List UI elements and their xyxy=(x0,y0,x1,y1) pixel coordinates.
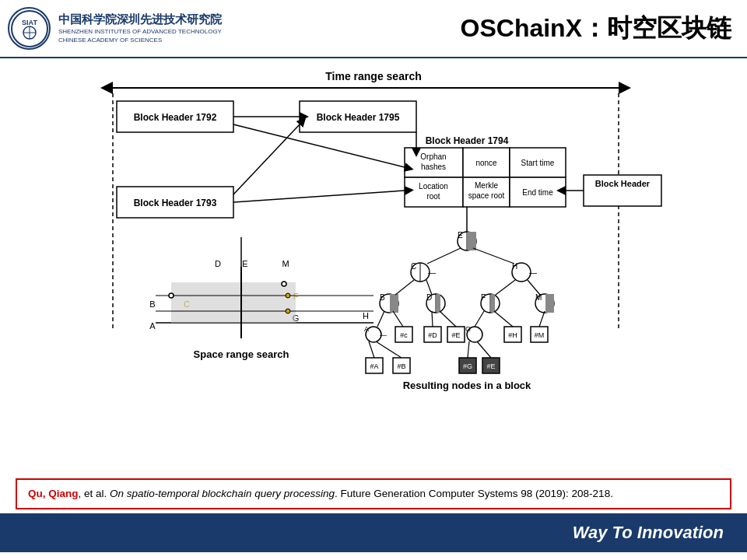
svg-text:#c: #c xyxy=(400,331,408,339)
svg-rect-51 xyxy=(468,232,476,250)
svg-point-45 xyxy=(169,293,174,298)
svg-rect-61 xyxy=(390,294,398,313)
space-range-label: Space range search xyxy=(194,348,289,360)
main-content: Time range search xyxy=(0,58,747,474)
header: SIAT 中国科学院深圳先进技术研究院 SHENZHEN INSTITUTES … xyxy=(0,0,747,58)
svg-line-112 xyxy=(468,341,469,358)
svg-line-102 xyxy=(528,280,540,295)
institute-name-zh: 中国科学院深圳先进技术研究院 xyxy=(58,12,222,27)
svg-text:#A: #A xyxy=(370,362,378,370)
block-header-1793-label: Block Header 1793 xyxy=(134,198,217,208)
svg-text:#B: #B xyxy=(397,362,405,370)
svg-text:#D: #D xyxy=(428,331,437,339)
svg-rect-72 xyxy=(545,294,554,313)
svg-rect-65 xyxy=(437,294,440,313)
citation-authors: Qu, Qiang xyxy=(28,488,79,499)
page-title: OSChainX：时空区块链 xyxy=(461,12,731,46)
svg-text:root: root xyxy=(426,192,440,201)
svg-line-107 xyxy=(475,311,484,327)
svg-line-28 xyxy=(233,191,405,202)
svg-text:C: C xyxy=(411,262,416,271)
svg-rect-69 xyxy=(491,294,495,313)
institute-name-en1: SHENZHEN INSTITUTES OF ADVANCED TECHNOLO… xyxy=(58,27,222,36)
resulting-nodes-label: Resulting nodes in a block xyxy=(403,380,531,391)
svg-text:M: M xyxy=(282,259,289,268)
svg-text:H: H xyxy=(363,311,369,320)
svg-text:A: A xyxy=(149,321,156,331)
svg-line-106 xyxy=(440,311,456,327)
svg-text:Merkle: Merkle xyxy=(475,181,498,190)
svg-text:B: B xyxy=(149,299,155,309)
svg-text:End time: End time xyxy=(522,188,553,197)
svg-text:nonce: nonce xyxy=(475,159,497,167)
institute-name-en2: CHINESE ACADEMY OF SCIENCES xyxy=(58,36,222,44)
citation-box: Qu, Qiang, et al. On spatio-temporal blo… xyxy=(16,478,731,509)
svg-text:#M: #M xyxy=(535,331,545,339)
diagram-svg: Time range search xyxy=(78,66,669,408)
block-header-1795-label: Block Header 1795 xyxy=(317,112,400,123)
block-header-1792-label: Block Header 1792 xyxy=(134,112,217,123)
svg-line-109 xyxy=(539,311,545,327)
header-left: SIAT 中国科学院深圳先进技术研究院 SHENZHEN INSTITUTES … xyxy=(8,7,222,50)
svg-text:#E: #E xyxy=(451,331,460,339)
svg-text:#E: #E xyxy=(486,362,495,370)
svg-text:#H: #H xyxy=(508,331,517,339)
svg-line-103 xyxy=(377,311,384,327)
svg-text:—: — xyxy=(380,331,387,339)
svg-text:hashes: hashes xyxy=(421,163,446,171)
svg-text:D: D xyxy=(426,293,432,302)
svg-line-108 xyxy=(494,311,513,327)
svg-text:space root: space root xyxy=(468,191,505,200)
svg-text:Start time: Start time xyxy=(521,159,555,167)
svg-point-46 xyxy=(282,282,286,286)
time-range-label: Time range search xyxy=(325,70,421,82)
svg-line-27 xyxy=(233,124,300,194)
svg-text:Orphan: Orphan xyxy=(420,152,446,161)
svg-text:Location: Location xyxy=(419,182,448,191)
citation-title: On spatio-temporal blockchain query proc… xyxy=(110,488,335,499)
diagram-container: Time range search xyxy=(16,66,731,467)
svg-text:G: G xyxy=(465,325,471,333)
svg-line-110 xyxy=(369,341,374,358)
svg-text:F: F xyxy=(481,293,486,302)
svg-text:—: — xyxy=(529,268,537,277)
svg-line-105 xyxy=(432,311,433,327)
svg-text:—: — xyxy=(428,268,436,277)
citation-suffix: . Future Generation Computer Systems 98 … xyxy=(335,488,613,499)
institute-text: 中国科学院深圳先进技术研究院 SHENZHEN INSTITUTES OF AD… xyxy=(58,12,222,44)
svg-text:D: D xyxy=(215,259,221,268)
svg-point-47 xyxy=(286,293,290,298)
svg-line-113 xyxy=(477,341,491,358)
citation-rest: , et al. xyxy=(79,488,110,499)
svg-text:M: M xyxy=(535,293,542,302)
svg-text:#G: #G xyxy=(463,362,472,370)
block-header-1794-label: Block Header 1794 xyxy=(426,135,509,146)
siat-logo: SIAT xyxy=(8,7,51,50)
footer: Way To Innovation xyxy=(0,513,747,552)
svg-line-104 xyxy=(393,311,403,327)
diagram-svg-wrap: Time range search xyxy=(78,66,669,408)
svg-text:SIAT: SIAT xyxy=(22,19,37,26)
svg-text:E: E xyxy=(458,231,463,240)
svg-rect-41 xyxy=(171,282,296,323)
footer-label: Way To Innovation xyxy=(573,523,724,543)
svg-text:A: A xyxy=(364,325,369,333)
svg-line-99 xyxy=(395,280,414,295)
svg-line-98 xyxy=(473,248,514,264)
svg-text:E: E xyxy=(242,259,247,268)
svg-line-111 xyxy=(376,341,402,358)
svg-line-101 xyxy=(496,280,515,295)
svg-text:B: B xyxy=(380,293,385,302)
svg-point-48 xyxy=(286,309,290,313)
svg-text:Block Header: Block Header xyxy=(595,179,651,188)
svg-line-97 xyxy=(427,248,461,264)
